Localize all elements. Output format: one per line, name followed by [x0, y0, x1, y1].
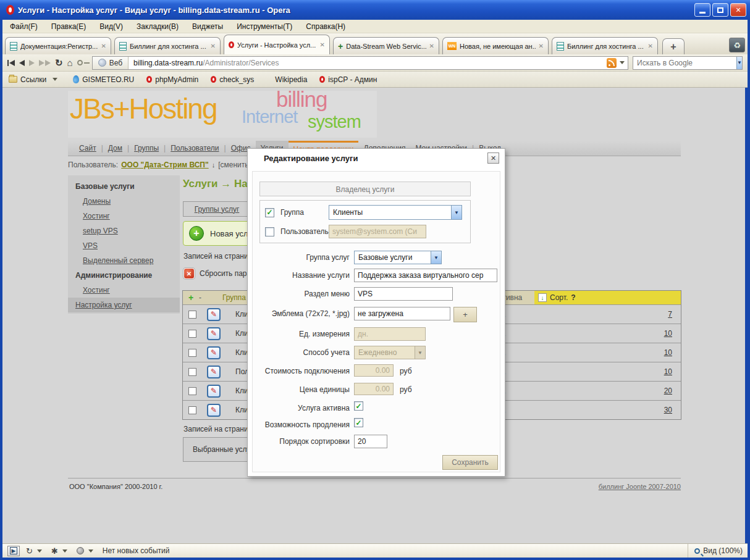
- minimize-button[interactable]: [694, 3, 710, 17]
- service-group-select[interactable]: Базовые услуги ▼: [354, 251, 442, 264]
- sidebar-item-hosting[interactable]: Хостинг: [68, 209, 180, 224]
- rss-icon[interactable]: [607, 58, 617, 68]
- row-checkbox[interactable]: [188, 406, 196, 414]
- sidebar-item-domains[interactable]: Домены: [68, 194, 180, 209]
- cell-sort-link[interactable]: 10: [664, 367, 672, 376]
- add-icon[interactable]: +: [183, 293, 199, 303]
- account-dropdown-icon[interactable]: ↓: [212, 161, 216, 169]
- maximize-button[interactable]: [712, 3, 728, 17]
- rewind-button[interactable]: [7, 60, 15, 66]
- bookmark-ispcp[interactable]: ispCP - Админ: [319, 75, 377, 84]
- edit-icon[interactable]: ✎: [207, 385, 221, 398]
- edit-icon[interactable]: ✎: [207, 346, 221, 359]
- edit-icon[interactable]: ✎: [207, 404, 221, 417]
- panels-toggle-button[interactable]: ▶: [7, 546, 20, 556]
- user-checkbox-unchecked[interactable]: [265, 227, 274, 236]
- bookmark-gismeteo[interactable]: GISMETEO.RU: [73, 75, 134, 84]
- tab-services-active[interactable]: Услуги - Настройка усл... ✕: [224, 35, 330, 54]
- tab-close-icon[interactable]: ✕: [101, 43, 106, 49]
- group-checkbox-checked[interactable]: ✓: [265, 208, 274, 217]
- forward-button[interactable]: [29, 60, 35, 66]
- fast-forward-button[interactable]: [39, 60, 51, 66]
- unite-button[interactable]: ✱: [51, 546, 70, 556]
- reload-button[interactable]: ↻: [55, 57, 63, 69]
- row-checkbox[interactable]: [188, 330, 196, 338]
- tab-close-icon[interactable]: ✕: [429, 43, 434, 49]
- sort-direction-icon[interactable]: ↓: [538, 293, 547, 302]
- cell-sort-link[interactable]: 30: [664, 406, 672, 414]
- emblem-add-button[interactable]: +: [453, 307, 477, 322]
- bookmark-phpmyadmin[interactable]: phpMyAdmin: [146, 75, 198, 84]
- search-input[interactable]: [633, 59, 736, 67]
- closed-tabs-trash-icon[interactable]: ♻: [729, 38, 745, 52]
- footer-billing-link[interactable]: биллинг Joonte 2007-2010: [599, 483, 681, 490]
- save-button[interactable]: Сохранить: [442, 455, 498, 470]
- menu-section-field[interactable]: [354, 287, 453, 301]
- change-user-hint[interactable]: [сменить: [218, 161, 248, 169]
- help-icon[interactable]: ?: [571, 293, 575, 302]
- edit-icon[interactable]: ✎: [207, 327, 221, 340]
- sidebar-item-dedicated-server[interactable]: Выделенный сервер: [68, 253, 180, 268]
- nav-site[interactable]: Сайт: [74, 141, 101, 156]
- cell-sort-link[interactable]: 7: [668, 310, 672, 319]
- close-button[interactable]: ✕: [730, 3, 746, 17]
- menu-widgets[interactable]: Виджеты: [192, 22, 223, 31]
- tab-close-icon[interactable]: ✕: [539, 43, 544, 49]
- owner-group-select[interactable]: Клиенты ▼: [329, 205, 462, 220]
- row-checkbox[interactable]: [188, 349, 196, 357]
- collapse-icon[interactable]: -: [199, 293, 213, 302]
- tab-new-page[interactable]: WN Новая, не имеющая ан... ✕: [442, 37, 549, 54]
- service-name-field[interactable]: [354, 269, 497, 282]
- emblem-field[interactable]: [354, 307, 450, 320]
- tab-billing-1[interactable]: Биллинг для хостинга ... ✕: [114, 37, 221, 54]
- bookmark-wikipedia[interactable]: Wikipedia: [275, 75, 307, 84]
- tab-documentation[interactable]: Документация:Регистр... ✕: [5, 37, 111, 54]
- modal-close-icon[interactable]: ✕: [487, 153, 499, 164]
- sort-order-field[interactable]: [354, 435, 387, 448]
- account-link[interactable]: ООО "Дата-Стрим ВСП": [121, 161, 208, 169]
- bookmark-checksys[interactable]: check_sys: [211, 75, 254, 84]
- tab-close-icon[interactable]: ✕: [648, 43, 653, 49]
- cell-sort-link[interactable]: 10: [664, 348, 672, 357]
- menu-help[interactable]: Справка(H): [306, 22, 345, 31]
- search-engine-dropdown-icon[interactable]: ▼: [736, 57, 742, 69]
- cell-sort-link[interactable]: 20: [664, 387, 672, 395]
- sidebar-item-vps[interactable]: VPS: [68, 238, 180, 253]
- tab-close-icon[interactable]: ✕: [320, 41, 325, 48]
- edit-icon[interactable]: ✎: [207, 308, 221, 321]
- service-active-checkbox-checked[interactable]: ✓: [354, 401, 363, 411]
- tab-datastream[interactable]: + Data-Stream Web Servic... ✕: [333, 37, 439, 54]
- menu-file[interactable]: Файл(F): [10, 22, 38, 31]
- network-button[interactable]: [77, 547, 96, 554]
- sidebar-item-setup-vps[interactable]: setup VPS: [68, 224, 180, 238]
- cell-sort-link[interactable]: 10: [664, 329, 672, 338]
- sidebar-item-admin-hosting[interactable]: Хостинг: [68, 283, 180, 298]
- column-header-sort[interactable]: ↓ Сорт. ?: [534, 291, 681, 304]
- modal-title-bar[interactable]: Редактирование услуги ✕: [248, 149, 505, 169]
- address-dropdown-icon[interactable]: [620, 61, 625, 64]
- nav-home[interactable]: Дом: [103, 141, 127, 156]
- row-checkbox[interactable]: [188, 368, 196, 376]
- new-tab-button[interactable]: +: [662, 38, 685, 54]
- row-checkbox[interactable]: [188, 387, 196, 395]
- edit-icon[interactable]: ✎: [207, 366, 221, 378]
- home-button[interactable]: ⌂: [67, 57, 73, 68]
- nav-groups[interactable]: Группы: [129, 141, 164, 156]
- tab-close-icon[interactable]: ✕: [211, 43, 216, 49]
- nav-users[interactable]: Пользователи: [166, 141, 224, 156]
- row-checkbox[interactable]: [188, 311, 196, 319]
- renewable-checkbox-checked[interactable]: ✓: [354, 418, 363, 427]
- menu-bookmarks[interactable]: Закладки(B): [137, 22, 179, 31]
- menu-edit[interactable]: Правка(E): [51, 22, 86, 31]
- menu-view[interactable]: Вид(V): [99, 22, 123, 31]
- bookmark-links-folder[interactable]: Ссылки: [9, 75, 61, 84]
- zoom-control[interactable]: Вид (100%): [688, 544, 743, 558]
- sidebar-item-service-settings-selected[interactable]: Настройка услуг: [68, 298, 180, 312]
- tab-service-groups[interactable]: Группы услуг: [183, 201, 251, 217]
- search-box[interactable]: ▼: [633, 56, 743, 70]
- back-button[interactable]: [19, 60, 25, 66]
- tab-billing-2[interactable]: Биллинг для хостинга ... ✕: [552, 37, 658, 54]
- menu-tools[interactable]: Инструменты(Т): [237, 22, 292, 31]
- address-bar[interactable]: Веб billing.data-stream.ru /Administrato…: [92, 56, 628, 70]
- sync-button[interactable]: ↻: [26, 546, 45, 556]
